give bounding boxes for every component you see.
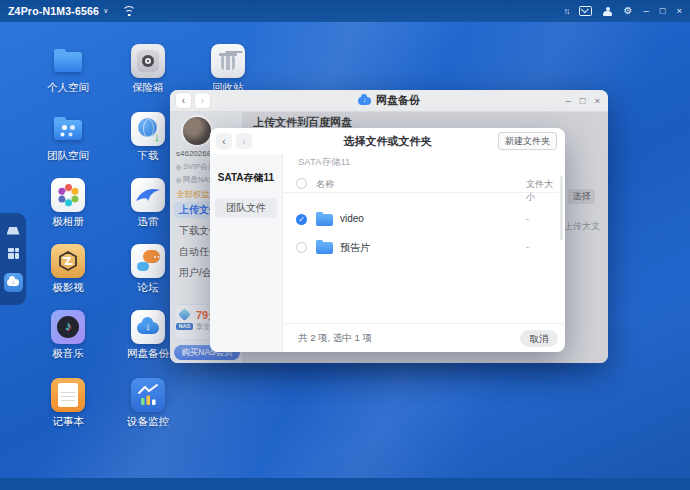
window-titlebar[interactable]: ‹ › 网盘备份 – □ × xyxy=(170,90,608,112)
device-name[interactable]: Z4Pro-N1M3-6566 xyxy=(8,5,99,17)
window-maximize-icon[interactable]: □ xyxy=(580,95,586,106)
icon-label: 极相册 xyxy=(30,216,106,227)
cube-video-icon xyxy=(51,244,85,278)
transfer-icon[interactable]: ↑↓ xyxy=(563,7,568,16)
chart-monitor-icon xyxy=(131,378,165,412)
icon-label: 极音乐 xyxy=(30,348,106,359)
icon-label: 极影视 xyxy=(30,282,106,293)
nas-tag: NAS xyxy=(176,323,193,330)
system-topbar: Z4Pro-N1M3-6566 ∨ ↑↓ ⚙ – □ × xyxy=(0,0,690,22)
forward-icon[interactable]: › xyxy=(236,133,252,149)
dialog-footer: 共 2 项, 选中 1 项 取消 确定 xyxy=(282,323,565,352)
chevron-down-icon[interactable]: ∨ xyxy=(103,7,108,15)
desktop-icon-device-monitor[interactable]: 设备监控 xyxy=(110,378,186,427)
gear-icon[interactable]: ⚙ xyxy=(623,6,632,16)
forward-icon[interactable]: › xyxy=(195,93,210,108)
desktop-icon-personal-space[interactable]: 个人空间 xyxy=(30,44,106,93)
cloud-download-icon: ↓ xyxy=(131,310,165,344)
cloud-backup-app-icon xyxy=(358,97,371,105)
dock-cloud-backup-icon[interactable] xyxy=(4,273,23,292)
avatar[interactable] xyxy=(183,117,211,145)
wifi-icon[interactable] xyxy=(122,6,136,16)
bottom-taskbar xyxy=(0,478,690,490)
column-size[interactable]: 文件大小 xyxy=(526,178,559,204)
desktop-icon-team-space[interactable]: 团队空间 xyxy=(30,112,106,161)
mail-icon[interactable] xyxy=(579,6,592,16)
team-folder-icon xyxy=(51,112,85,146)
safe-icon xyxy=(131,44,165,78)
maximize-icon[interactable]: □ xyxy=(660,6,666,16)
dialog-header: ‹ › 选择文件或文件夹 新建文件夹 xyxy=(210,128,565,154)
file-size: - xyxy=(526,242,529,252)
cloud-download-icon xyxy=(7,279,19,286)
window-minimize-icon[interactable]: – xyxy=(565,95,570,106)
promo-subtitle: 享受 xyxy=(196,322,210,332)
back-icon[interactable]: ‹ xyxy=(216,133,232,149)
diamond-icon xyxy=(176,176,182,183)
icon-label: 设备监控 xyxy=(110,416,186,427)
desktop-icon-safe-box[interactable]: 保险箱 xyxy=(110,44,186,93)
desktop-icon-notepad[interactable]: 记事本 xyxy=(30,378,106,427)
widgets-grid-icon[interactable] xyxy=(8,248,19,259)
file-size: - xyxy=(526,214,529,224)
bird-icon xyxy=(131,178,165,212)
launcher-icon[interactable] xyxy=(7,227,20,235)
gem-icon xyxy=(178,309,191,322)
file-picker-dialog: ‹ › 选择文件或文件夹 新建文件夹 SATA存储11 团队文件 SATA存储1… xyxy=(210,128,565,352)
sidebar-item-sata-storage[interactable]: SATA存储11 xyxy=(215,168,277,188)
folder-icon xyxy=(316,242,333,254)
select-all-radio[interactable] xyxy=(296,178,307,189)
minimize-icon[interactable]: – xyxy=(643,6,648,16)
globe-download-icon xyxy=(131,112,165,146)
column-name[interactable]: 名称 xyxy=(316,178,334,191)
left-dock[interactable] xyxy=(0,213,26,305)
trash-icon xyxy=(211,44,245,78)
music-note-icon: ♪ xyxy=(51,310,85,344)
folder-icon xyxy=(316,214,333,226)
breadcrumb[interactable]: SATA存储11 xyxy=(298,156,350,169)
back-icon[interactable]: ‹ xyxy=(176,93,191,108)
notepad-icon xyxy=(51,378,85,412)
row-radio-checked[interactable] xyxy=(296,214,307,225)
window-close-icon[interactable]: × xyxy=(594,95,600,106)
table-row[interactable]: 预告片 - 2024-03-22 19:25:46 xyxy=(282,234,559,262)
user-icon[interactable] xyxy=(603,7,612,16)
file-name[interactable]: 预告片 xyxy=(340,241,370,255)
new-folder-button[interactable]: 新建文件夹 xyxy=(498,132,557,150)
desktop-icon-recycle-bin[interactable]: 回收站 xyxy=(190,44,266,93)
dialog-sidebar: SATA存储11 团队文件 xyxy=(210,154,283,352)
folder-icon xyxy=(51,44,85,78)
select-button[interactable]: 选择 xyxy=(568,189,595,204)
file-name[interactable]: video xyxy=(340,213,364,224)
close-icon[interactable]: × xyxy=(676,6,682,16)
desktop-icon-zvideo[interactable]: 极影视 xyxy=(30,244,106,293)
diamond-icon xyxy=(176,163,182,170)
table-header: 名称 文件大小 修改时间 ∨ xyxy=(282,174,559,193)
desktop-icon-photos[interactable]: 极相册 xyxy=(30,178,106,227)
sidebar-item-team-files[interactable]: 团队文件 xyxy=(215,198,277,218)
chat-bubbles-icon xyxy=(131,244,165,278)
row-radio[interactable] xyxy=(296,242,307,253)
desktop-icon-music[interactable]: ♪ 极音乐 xyxy=(30,310,106,359)
cancel-button[interactable]: 取消 xyxy=(520,330,558,347)
window-title: 网盘备份 xyxy=(376,93,420,108)
icon-label: 团队空间 xyxy=(30,150,106,161)
flower-photos-icon xyxy=(51,178,85,212)
dialog-main: SATA存储11 名称 文件大小 修改时间 ∨ video - 2024-03-… xyxy=(282,154,565,352)
selection-summary: 共 2 项, 选中 1 项 xyxy=(298,332,372,345)
table-row[interactable]: video - 2024-03-22 19:26:27 xyxy=(282,206,559,234)
scrollbar[interactable] xyxy=(560,176,563,240)
icon-label: 个人空间 xyxy=(30,82,106,93)
icon-label: 记事本 xyxy=(30,416,106,427)
